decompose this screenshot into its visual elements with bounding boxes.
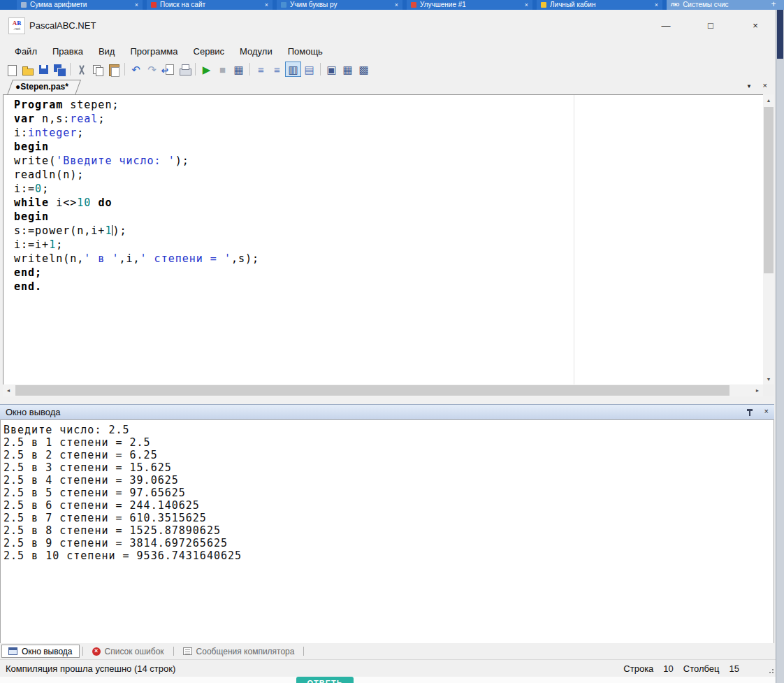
browser-tab[interactable]: Личный кабин× bbox=[537, 0, 662, 10]
tab-favicon: ЛЮ bbox=[671, 2, 679, 8]
tab-title: Поиск на сайт bbox=[160, 1, 261, 8]
tab-close-icon[interactable]: × bbox=[135, 1, 138, 8]
tab-favicon bbox=[151, 2, 157, 8]
pin-icon[interactable] bbox=[746, 408, 753, 417]
menu-item-модули[interactable]: Модули bbox=[232, 44, 280, 59]
toolbar: ↶↷▶■▦≡≡▥▤▣▦▩ bbox=[0, 60, 776, 78]
minimize-button[interactable]: — bbox=[658, 17, 674, 34]
open-file-icon[interactable] bbox=[19, 62, 35, 77]
code-line: end; bbox=[14, 266, 763, 280]
menu-item-вид[interactable]: Вид bbox=[91, 44, 123, 59]
tool-tab-compiler-messages[interactable]: Сообщения компилятора bbox=[177, 645, 301, 658]
scroll-left-icon[interactable]: ◄ bbox=[3, 384, 14, 396]
stop-icon[interactable]: ■ bbox=[215, 62, 231, 77]
app-icon: AB .net bbox=[8, 17, 25, 34]
tool-tab-label: Сообщения компилятора bbox=[196, 647, 295, 656]
tool-window-1-icon[interactable]: ▣ bbox=[324, 62, 340, 77]
code-line: begin bbox=[14, 140, 763, 154]
tool-window-2-icon[interactable]: ▦ bbox=[340, 62, 356, 77]
paste-icon[interactable] bbox=[106, 62, 122, 77]
format-2-icon[interactable]: ≡ bbox=[269, 62, 285, 77]
browser-scrollbar-thumb[interactable] bbox=[777, 10, 783, 59]
code-line: var n,s:real; bbox=[14, 112, 763, 126]
menu-item-сервис[interactable]: Сервис bbox=[186, 44, 233, 59]
output-line: 2.5 в 7 степени = 610.3515625 bbox=[3, 512, 774, 524]
document-tab-stepen[interactable]: ●Stepen.pas* bbox=[7, 80, 75, 94]
pascalabc-window: AB .net PascalABC.NET — □ × ФайлПравкаВи… bbox=[0, 10, 776, 677]
document-tab-label: ●Stepen.pas* bbox=[7, 80, 75, 92]
windows-grid-icon[interactable]: ▦ bbox=[231, 62, 247, 77]
output-line: 2.5 в 2 степени = 6.25 bbox=[3, 449, 774, 461]
browser-tab[interactable]: Сумма арифмети× bbox=[17, 0, 143, 10]
toolbar-separator bbox=[320, 63, 321, 76]
undo-icon[interactable]: ↶ bbox=[128, 62, 144, 77]
scroll-right-icon[interactable]: ► bbox=[752, 384, 763, 396]
caret-position: Строка 10 Столбец 15 bbox=[623, 663, 739, 674]
error-list-icon bbox=[92, 647, 101, 656]
menu-item-файл[interactable]: Файл bbox=[7, 44, 45, 59]
horizontal-scroll-thumb[interactable] bbox=[15, 385, 729, 396]
browser-tab[interactable]: Поиск на сайт× bbox=[147, 0, 273, 10]
code-editor[interactable]: Program stepen;var n,s:real;i:integer;be… bbox=[3, 94, 763, 384]
tool-tab-output-window[interactable]: Окно вывода bbox=[1, 645, 80, 658]
nav-back-icon[interactable] bbox=[160, 62, 176, 77]
print-icon[interactable] bbox=[176, 62, 192, 77]
output-panel-title: Окно вывода bbox=[6, 407, 61, 417]
new-file-icon[interactable] bbox=[3, 62, 19, 77]
redo-icon[interactable]: ↷ bbox=[144, 62, 160, 77]
menu-item-правка[interactable]: Правка bbox=[45, 44, 91, 59]
toolbar-separator bbox=[249, 63, 250, 76]
tool-window-3-icon[interactable]: ▩ bbox=[356, 62, 372, 77]
maximize-button[interactable]: □ bbox=[703, 17, 718, 34]
document-close-icon[interactable]: × bbox=[763, 81, 767, 89]
toolbar-separator bbox=[70, 63, 71, 76]
resize-grip[interactable] bbox=[767, 666, 774, 673]
cut-icon[interactable] bbox=[73, 62, 89, 77]
toolbar-separator bbox=[195, 63, 196, 76]
copy-icon[interactable] bbox=[89, 62, 106, 77]
tab-close-icon[interactable]: × bbox=[395, 1, 398, 8]
output-window-icon[interactable]: ▥ bbox=[285, 62, 301, 77]
tab-title: Личный кабин bbox=[550, 1, 651, 8]
run-icon[interactable]: ▶ bbox=[198, 62, 215, 77]
tab-list-dropdown-icon[interactable]: ▼ bbox=[746, 83, 752, 89]
format-1-icon[interactable]: ≡ bbox=[253, 62, 269, 77]
browser-tab[interactable]: Учим буквы ру× bbox=[277, 0, 402, 10]
tab-close-icon[interactable]: × bbox=[265, 1, 268, 8]
output-line: 2.5 в 6 степени = 244.140625 bbox=[3, 499, 774, 512]
scroll-up-icon[interactable]: ▲ bbox=[763, 94, 774, 106]
background-page: ОТВЕТЬ bbox=[0, 677, 776, 683]
tab-favicon bbox=[541, 2, 546, 8]
tab-close-icon[interactable]: × bbox=[655, 1, 658, 8]
output-console[interactable]: Введите число: 2.52.5 в 1 степени = 2.52… bbox=[0, 419, 774, 643]
output-line: 2.5 в 10 степени = 9536.7431640625 bbox=[3, 549, 774, 562]
output-window-icon bbox=[8, 647, 17, 655]
new-tab-button[interactable]: + bbox=[766, 0, 781, 10]
tab-close-icon[interactable]: × bbox=[525, 1, 528, 8]
status-bar: Компиляция прошла успешно (14 строк) Стр… bbox=[0, 659, 776, 677]
bottom-tab-strip: Окно выводаСписок ошибокСообщения компил… bbox=[0, 643, 774, 659]
output-close-icon[interactable]: × bbox=[764, 407, 769, 415]
save-all-icon[interactable] bbox=[51, 62, 67, 77]
browser-scrollbar[interactable] bbox=[776, 10, 784, 683]
browser-tab-strip: Сумма арифмети×Поиск на сайт×Учим буквы … bbox=[0, 0, 784, 10]
editor-vertical-scrollbar[interactable]: ▲ ▼ bbox=[763, 94, 774, 384]
save-file-icon[interactable] bbox=[35, 62, 51, 77]
compiler-messages-icon[interactable]: ▤ bbox=[301, 62, 317, 77]
scroll-down-icon[interactable]: ▼ bbox=[763, 373, 774, 384]
line-label: Строка bbox=[623, 663, 653, 674]
vertical-scroll-thumb[interactable] bbox=[764, 107, 774, 273]
menubar: ФайлПравкаВидПрограммаСервисМодулиПомощь bbox=[0, 42, 776, 60]
close-button[interactable]: × bbox=[748, 17, 763, 34]
status-message: Компиляция прошла успешно (14 строк) bbox=[6, 663, 175, 674]
tab-divider bbox=[82, 647, 83, 656]
answer-button[interactable]: ОТВЕТЬ bbox=[296, 677, 354, 683]
titlebar: AB .net PascalABC.NET — □ × bbox=[0, 10, 776, 42]
menu-item-программа[interactable]: Программа bbox=[122, 44, 185, 59]
code-area[interactable]: Program stepen;var n,s:real;i:integer;be… bbox=[3, 95, 763, 384]
tool-tab-error-list[interactable]: Список ошибок bbox=[86, 645, 170, 658]
browser-tab[interactable]: Улучшение #1× bbox=[407, 0, 532, 10]
editor-horizontal-scrollbar[interactable]: ◄ ► bbox=[3, 384, 763, 396]
menu-item-помощь[interactable]: Помощь bbox=[280, 44, 331, 59]
column-value: 15 bbox=[729, 663, 739, 674]
